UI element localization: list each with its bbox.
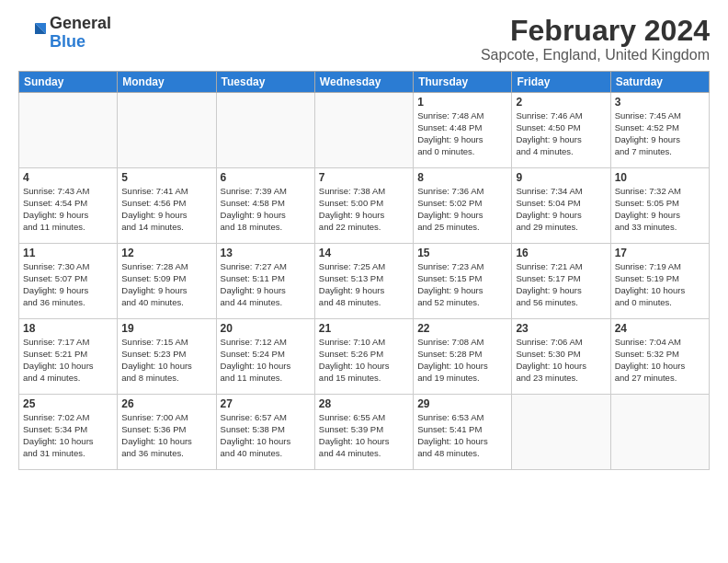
- day-info: Sunrise: 7:30 AM Sunset: 5:07 PM Dayligh…: [23, 261, 113, 308]
- day-number: 23: [516, 322, 606, 335]
- logo-text: General Blue: [50, 15, 111, 52]
- day-cell: 4Sunrise: 7:43 AM Sunset: 4:54 PM Daylig…: [19, 168, 118, 244]
- page: General Blue February 2024 Sapcote, Engl…: [0, 0, 728, 563]
- day-cell: 15Sunrise: 7:23 AM Sunset: 5:15 PM Dayli…: [414, 244, 512, 319]
- col-header-wednesday: Wednesday: [314, 72, 413, 93]
- day-info: Sunrise: 7:10 AM Sunset: 5:26 PM Dayligh…: [319, 337, 409, 384]
- day-number: 3: [615, 96, 705, 109]
- col-header-friday: Friday: [512, 72, 610, 93]
- col-header-saturday: Saturday: [610, 72, 709, 93]
- day-info: Sunrise: 7:36 AM Sunset: 5:02 PM Dayligh…: [417, 186, 507, 233]
- day-number: 4: [23, 171, 113, 184]
- day-cell: 24Sunrise: 7:04 AM Sunset: 5:32 PM Dayli…: [610, 319, 709, 395]
- day-number: 26: [121, 397, 211, 410]
- day-cell: [19, 93, 118, 168]
- day-info: Sunrise: 7:46 AM Sunset: 4:50 PM Dayligh…: [516, 110, 606, 157]
- day-info: Sunrise: 7:04 AM Sunset: 5:32 PM Dayligh…: [615, 337, 705, 384]
- day-number: 15: [417, 247, 507, 259]
- day-cell: [216, 93, 314, 168]
- logo-blue: Blue: [50, 33, 111, 52]
- day-cell: 14Sunrise: 7:25 AM Sunset: 5:13 PM Dayli…: [314, 244, 413, 319]
- day-number: 22: [417, 322, 507, 335]
- day-cell: 20Sunrise: 7:12 AM Sunset: 5:24 PM Dayli…: [216, 319, 314, 395]
- day-cell: 29Sunrise: 6:53 AM Sunset: 5:41 PM Dayli…: [414, 395, 512, 470]
- logo: General Blue: [18, 15, 111, 52]
- day-info: Sunrise: 7:00 AM Sunset: 5:36 PM Dayligh…: [121, 412, 211, 459]
- week-row-5: 25Sunrise: 7:02 AM Sunset: 5:34 PM Dayli…: [19, 395, 710, 470]
- day-info: Sunrise: 7:34 AM Sunset: 5:04 PM Dayligh…: [516, 186, 606, 233]
- day-cell: 10Sunrise: 7:32 AM Sunset: 5:05 PM Dayli…: [610, 168, 709, 244]
- day-cell: 9Sunrise: 7:34 AM Sunset: 5:04 PM Daylig…: [512, 168, 610, 244]
- day-info: Sunrise: 7:17 AM Sunset: 5:21 PM Dayligh…: [23, 337, 113, 384]
- week-row-2: 4Sunrise: 7:43 AM Sunset: 4:54 PM Daylig…: [19, 168, 710, 244]
- day-cell: 25Sunrise: 7:02 AM Sunset: 5:34 PM Dayli…: [19, 395, 118, 470]
- day-cell: 1Sunrise: 7:48 AM Sunset: 4:48 PM Daylig…: [414, 93, 512, 168]
- day-info: Sunrise: 7:06 AM Sunset: 5:30 PM Dayligh…: [516, 337, 606, 384]
- day-cell: [314, 93, 413, 168]
- day-cell: [610, 395, 709, 470]
- day-number: 8: [417, 171, 507, 184]
- day-number: 18: [23, 322, 113, 335]
- day-number: 13: [221, 247, 311, 259]
- day-info: Sunrise: 7:15 AM Sunset: 5:23 PM Dayligh…: [121, 337, 211, 384]
- day-cell: 21Sunrise: 7:10 AM Sunset: 5:26 PM Dayli…: [314, 319, 413, 395]
- day-cell: 19Sunrise: 7:15 AM Sunset: 5:23 PM Dayli…: [118, 319, 216, 395]
- day-info: Sunrise: 7:23 AM Sunset: 5:15 PM Dayligh…: [417, 261, 507, 308]
- week-row-4: 18Sunrise: 7:17 AM Sunset: 5:21 PM Dayli…: [19, 319, 710, 395]
- day-info: Sunrise: 7:02 AM Sunset: 5:34 PM Dayligh…: [23, 412, 113, 459]
- location: Sapcote, England, United Kingdom: [481, 47, 710, 63]
- day-info: Sunrise: 7:39 AM Sunset: 4:58 PM Dayligh…: [221, 186, 311, 233]
- day-cell: 17Sunrise: 7:19 AM Sunset: 5:19 PM Dayli…: [610, 244, 709, 319]
- day-info: Sunrise: 7:43 AM Sunset: 4:54 PM Dayligh…: [23, 186, 113, 233]
- day-cell: 11Sunrise: 7:30 AM Sunset: 5:07 PM Dayli…: [19, 244, 118, 319]
- day-number: 2: [516, 96, 606, 109]
- day-number: 1: [417, 96, 507, 109]
- logo-general: General: [50, 15, 111, 33]
- day-number: 19: [121, 322, 211, 335]
- day-info: Sunrise: 7:28 AM Sunset: 5:09 PM Dayligh…: [121, 261, 211, 308]
- day-cell: 5Sunrise: 7:41 AM Sunset: 4:56 PM Daylig…: [118, 168, 216, 244]
- day-info: Sunrise: 7:32 AM Sunset: 5:05 PM Dayligh…: [615, 186, 705, 233]
- day-number: 17: [615, 247, 705, 259]
- day-info: Sunrise: 7:19 AM Sunset: 5:19 PM Dayligh…: [615, 261, 705, 308]
- day-number: 25: [23, 397, 113, 410]
- day-cell: 28Sunrise: 6:55 AM Sunset: 5:39 PM Dayli…: [314, 395, 413, 470]
- title-block: February 2024 Sapcote, England, United K…: [481, 15, 710, 63]
- day-cell: 6Sunrise: 7:39 AM Sunset: 4:58 PM Daylig…: [216, 168, 314, 244]
- day-number: 5: [121, 171, 211, 184]
- day-cell: 2Sunrise: 7:46 AM Sunset: 4:50 PM Daylig…: [512, 93, 610, 168]
- day-number: 12: [121, 247, 211, 259]
- day-cell: 3Sunrise: 7:45 AM Sunset: 4:52 PM Daylig…: [610, 93, 709, 168]
- day-cell: 13Sunrise: 7:27 AM Sunset: 5:11 PM Dayli…: [216, 244, 314, 319]
- day-number: 28: [319, 397, 409, 410]
- calendar: SundayMondayTuesdayWednesdayThursdayFrid…: [18, 71, 710, 470]
- day-number: 14: [319, 247, 409, 259]
- day-info: Sunrise: 7:27 AM Sunset: 5:11 PM Dayligh…: [221, 261, 311, 308]
- month-year: February 2024: [481, 15, 710, 47]
- day-info: Sunrise: 7:41 AM Sunset: 4:56 PM Dayligh…: [121, 186, 211, 233]
- day-number: 20: [221, 322, 311, 335]
- day-cell: [118, 93, 216, 168]
- day-cell: [512, 395, 610, 470]
- day-cell: 23Sunrise: 7:06 AM Sunset: 5:30 PM Dayli…: [512, 319, 610, 395]
- col-header-tuesday: Tuesday: [216, 72, 314, 93]
- day-number: 6: [221, 171, 311, 184]
- day-number: 9: [516, 171, 606, 184]
- col-header-monday: Monday: [118, 72, 216, 93]
- day-cell: 16Sunrise: 7:21 AM Sunset: 5:17 PM Dayli…: [512, 244, 610, 319]
- day-number: 10: [615, 171, 705, 184]
- col-header-thursday: Thursday: [414, 72, 512, 93]
- day-info: Sunrise: 7:48 AM Sunset: 4:48 PM Dayligh…: [417, 110, 507, 157]
- day-info: Sunrise: 6:53 AM Sunset: 5:41 PM Dayligh…: [417, 412, 507, 459]
- header-row: SundayMondayTuesdayWednesdayThursdayFrid…: [19, 72, 710, 93]
- day-number: 11: [23, 247, 113, 259]
- day-cell: 27Sunrise: 6:57 AM Sunset: 5:38 PM Dayli…: [216, 395, 314, 470]
- day-cell: 26Sunrise: 7:00 AM Sunset: 5:36 PM Dayli…: [118, 395, 216, 470]
- day-cell: 12Sunrise: 7:28 AM Sunset: 5:09 PM Dayli…: [118, 244, 216, 319]
- week-row-1: 1Sunrise: 7:48 AM Sunset: 4:48 PM Daylig…: [19, 93, 710, 168]
- day-cell: 18Sunrise: 7:17 AM Sunset: 5:21 PM Dayli…: [19, 319, 118, 395]
- day-info: Sunrise: 6:55 AM Sunset: 5:39 PM Dayligh…: [319, 412, 409, 459]
- day-number: 27: [221, 397, 311, 410]
- day-number: 29: [417, 397, 507, 410]
- day-cell: 8Sunrise: 7:36 AM Sunset: 5:02 PM Daylig…: [414, 168, 512, 244]
